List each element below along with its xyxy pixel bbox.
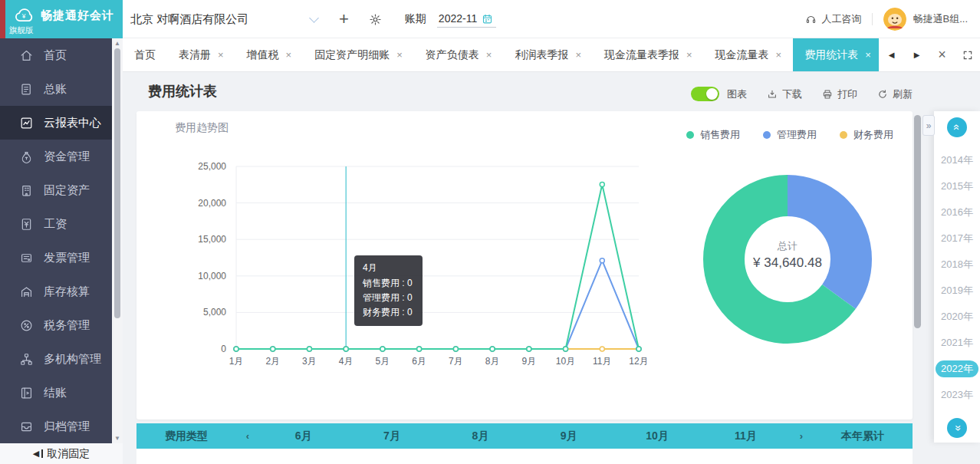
tab-label: 资产负债表: [426, 48, 479, 62]
main-content: 费用统计表 图表 下载 打印: [123, 72, 980, 464]
collapse-panel-handle[interactable]: »: [922, 115, 935, 136]
period-picker[interactable]: 2022-11: [437, 11, 496, 28]
column-month: 9月: [525, 429, 613, 443]
sidebar-item-label: 工资: [44, 217, 67, 232]
tab-label: 现金流量表: [715, 48, 769, 62]
sidebar-item-archive-management[interactable]: 归档管理: [0, 410, 112, 443]
year-item-2023[interactable]: 2023年: [934, 382, 980, 408]
unpin-icon: ◀: [33, 449, 39, 459]
gear-icon[interactable]: [369, 13, 382, 26]
sidebar-item-label: 库存核算: [44, 285, 90, 299]
tab-close-icon[interactable]: ×: [218, 49, 224, 61]
tab-scroll-left-icon[interactable]: ◀: [879, 38, 904, 71]
tab-close-icon[interactable]: ×: [286, 49, 292, 61]
avatar[interactable]: [883, 8, 906, 31]
sidebar-item-tax-management[interactable]: 税务管理: [0, 308, 112, 342]
print-button[interactable]: 打印: [822, 87, 857, 101]
sidebar-item-payroll[interactable]: 工资: [0, 207, 112, 241]
scroll-down-icon[interactable]: ▼: [112, 435, 123, 442]
tab-close-icon[interactable]: ×: [776, 49, 782, 61]
year-item-2017[interactable]: 2017年: [934, 225, 980, 252]
sidebar-item-closing[interactable]: 结账: [0, 376, 112, 410]
add-button[interactable]: +: [339, 11, 349, 28]
sidebar-item-inventory-accounting[interactable]: 库存核算: [0, 275, 112, 308]
sidebar-item-label: 资金管理: [44, 150, 90, 164]
year-item-2016[interactable]: 2016年: [934, 199, 980, 225]
tab-label: 增值税: [247, 48, 279, 62]
months-next-icon[interactable]: ›: [790, 430, 813, 442]
tab-cashflow[interactable]: 现金流量表×: [704, 38, 794, 71]
svg-text:5,000: 5,000: [203, 307, 226, 318]
year-item-2019[interactable]: 2019年: [934, 278, 980, 304]
brand-logo-block: ¥ 畅捷通好会计 旗舰版: [0, 0, 123, 38]
refresh-icon: [877, 89, 888, 100]
tab-close-icon[interactable]: ×: [486, 49, 492, 61]
years-scroll-down-button[interactable]: «: [947, 418, 967, 438]
sidebar-item-multi-org-management[interactable]: 多机构管理: [0, 342, 112, 376]
sidebar-item-label: 归档管理: [44, 420, 90, 434]
svg-text:5月: 5月: [376, 356, 390, 367]
edition-ribbon: [0, 0, 5, 38]
unpin-icon-bar: [41, 449, 43, 458]
user-name[interactable]: 畅捷通B组...: [913, 12, 968, 26]
year-label: 2015年: [936, 178, 978, 195]
sidebar-item-cloud-report-center[interactable]: 云报表中心: [0, 106, 112, 140]
tab-statement-list[interactable]: 表清册×: [167, 38, 235, 71]
tab-close-icon[interactable]: ×: [686, 49, 692, 61]
year-item-2014[interactable]: 2014年: [934, 147, 980, 173]
tab-close-icon[interactable]: ×: [396, 49, 403, 61]
sidebar-item-home[interactable]: 首页: [0, 38, 112, 72]
tab-close-icon[interactable]: ×: [865, 49, 871, 61]
year-item-2020[interactable]: 2020年: [934, 304, 980, 330]
printer-icon: [822, 89, 833, 100]
chart-toggle[interactable]: [691, 87, 719, 101]
unpin-sidebar-button[interactable]: ◀ 取消固定: [0, 443, 123, 464]
chart-tooltip: 4月 销售费用 : 0管理费用 : 0财务费用 : 0: [354, 255, 423, 326]
year-label: 2014年: [936, 152, 978, 169]
sidebar-scrollbar[interactable]: ▲ ▼: [112, 38, 123, 443]
company-selector[interactable]: 北京 对啊酒店有限公司: [130, 12, 317, 27]
tab-scroll-right-icon[interactable]: ▶: [904, 38, 929, 71]
help-button[interactable]: 人工咨询: [805, 12, 861, 26]
tab-close-icon[interactable]: ×: [575, 49, 581, 61]
chart-toggle-group: 图表: [691, 87, 747, 101]
tab-vat[interactable]: 增值税×: [235, 38, 304, 71]
year-item-2022[interactable]: 2022年: [934, 356, 980, 382]
refresh-button[interactable]: 刷新: [877, 87, 913, 101]
sidebar-item-label: 税务管理: [44, 318, 90, 333]
tab-fixed-asset-detail[interactable]: 固定资产明细账×: [303, 38, 414, 71]
sidebar-item-label: 固定资产: [44, 183, 90, 198]
years-scroll-up-button[interactable]: «: [947, 117, 967, 137]
fullscreen-icon[interactable]: [955, 38, 980, 71]
sidebar-item-funds-management[interactable]: 资金管理: [0, 140, 112, 173]
tab-expense-statistics[interactable]: 费用统计表×: [793, 38, 879, 71]
sidebar-item-invoice-management[interactable]: 发票管理: [0, 241, 112, 275]
help-label: 人工咨询: [821, 12, 861, 26]
tooltip-row: 财务费用 : 0: [363, 305, 413, 320]
app-window: ¥ 畅捷通好会计 旗舰版 北京 对啊酒店有限公司 + 账期: [0, 0, 980, 464]
svg-text:12月: 12月: [629, 356, 648, 367]
svg-text:7月: 7月: [449, 356, 463, 367]
donut-center-text: 总计 ¥ 34,640.48: [719, 239, 857, 271]
content-scroll-thumb[interactable]: [914, 115, 921, 328]
tab-balance-sheet[interactable]: 资产负债表×: [414, 38, 504, 71]
tab-home[interactable]: 首页: [123, 38, 167, 71]
tax-icon: [19, 318, 34, 333]
close-tabs-icon[interactable]: ×: [929, 38, 955, 71]
tab-label: 表清册: [179, 48, 211, 62]
download-button[interactable]: 下载: [767, 87, 802, 101]
print-label: 打印: [837, 87, 857, 101]
tab-cashflow-quarter[interactable]: 现金流量表季报×: [593, 38, 704, 71]
sidebar-item-fixed-assets[interactable]: 固定资产: [0, 173, 112, 207]
year-item-2018[interactable]: 2018年: [934, 252, 980, 278]
year-item-2015[interactable]: 2015年: [934, 173, 980, 199]
sidebar-item-general-ledger[interactable]: 总账: [0, 72, 112, 106]
year-item-2021[interactable]: 2021年: [934, 330, 980, 356]
tab-label: 费用统计表: [804, 48, 858, 62]
sidebar-scroll-thumb[interactable]: [114, 48, 120, 318]
sidebar-nav: 首页总账云报表中心资金管理固定资产工资发票管理库存核算税务管理多机构管理结账归档…: [0, 38, 123, 464]
donut-total-label: 总计: [719, 239, 857, 253]
tab-income-statement-quarter[interactable]: 利润表季报×: [503, 38, 593, 71]
months-prev-icon[interactable]: ‹: [236, 430, 259, 442]
scroll-up-icon[interactable]: ▲: [112, 40, 123, 47]
